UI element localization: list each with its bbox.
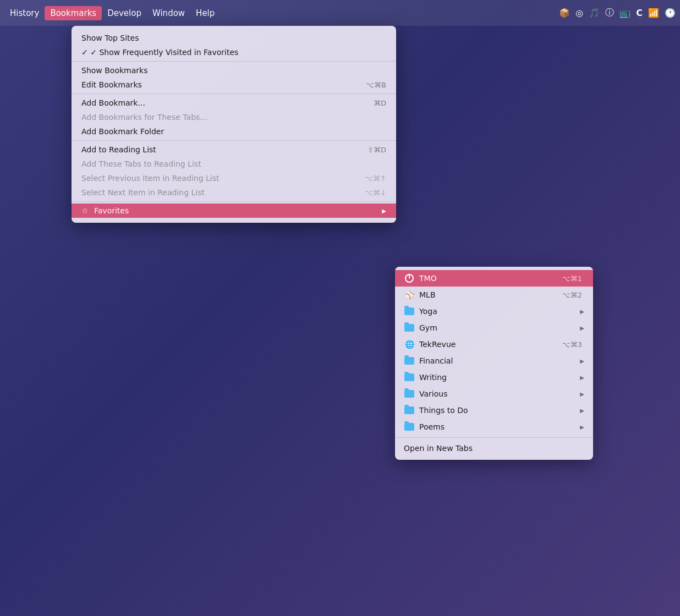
menu-add-to-reading-list[interactable]: Add to Reading List ⇧⌘D [72,142,396,157]
folder-gym-icon [404,322,415,333]
folder-poems-icon [404,421,415,432]
gym-chevron-icon: ▶ [580,325,584,331]
menubar-window[interactable]: Window [147,6,190,20]
folder-yoga-icon [404,306,415,317]
open-in-new-tabs-button[interactable]: Open in New Tabs [395,440,593,457]
menubar-help[interactable]: Help [190,6,220,20]
wifi-icon[interactable]: 📶 [648,8,659,18]
folder-things-icon [404,405,415,416]
menu-select-prev-reading-list: Select Previous Item in Reading List ⌥⌘↑ [72,171,396,185]
menubar-right-icons: 📦 ◎ 🎵 ⓘ 📺 C 📶 🕐 [559,7,676,19]
fav-tmo[interactable]: TMO ⌥⌘1 [395,270,593,287]
financial-chevron-icon: ▶ [580,358,584,364]
svg-rect-1 [409,274,410,278]
yoga-chevron-icon: ▶ [580,309,584,315]
fav-writing[interactable]: Writing ▶ [395,369,593,386]
various-chevron-icon: ▶ [580,391,584,397]
menu-edit-bookmarks[interactable]: Edit Bookmarks ⌥⌘B [72,78,396,92]
fav-gym[interactable]: Gym ▶ [395,320,593,336]
menubar-develop[interactable]: Develop [102,6,147,20]
menubar: History Bookmarks Develop Window Help 📦 … [0,0,680,26]
menu-section-1: Show Top Sites ✓ Show Frequently Visited… [72,29,396,61]
menubar-history[interactable]: History [4,6,45,20]
menu-section-5: ☆ Favorites ▶ [72,201,396,219]
folder-various-icon [404,388,415,399]
music-icon[interactable]: 🎵 [589,8,600,18]
c-icon[interactable]: C [636,8,643,18]
menu-add-bookmark-folder[interactable]: Add Bookmark Folder [72,124,396,139]
menu-show-frequently-visited[interactable]: ✓ Show Frequently Visited in Favorites [72,45,396,59]
fav-mlb[interactable]: ⚾ MLB ⌥⌘2 [395,287,593,303]
favorites-chevron-icon: ▶ [382,208,386,214]
globe-tekrevue-icon: 🌐 [404,339,415,350]
menu-section-4: Add to Reading List ⇧⌘D Add These Tabs t… [72,140,396,201]
folder-financial-icon [404,355,415,366]
info-icon[interactable]: ⓘ [605,7,614,19]
airplay-icon[interactable]: 📺 [619,8,630,18]
menu-show-bookmarks[interactable]: Show Bookmarks [72,63,396,78]
favorites-divider [395,437,593,438]
menu-select-next-reading-list: Select Next Item in Reading List ⌥⌘↓ [72,185,396,200]
dropbox-icon[interactable]: 📦 [559,8,570,18]
menu-add-bookmarks-for-tabs: Add Bookmarks for These Tabs... [72,110,396,124]
power-icon [404,273,415,284]
fav-things-to-do[interactable]: Things to Do ▶ [395,402,593,419]
creative-cloud-icon[interactable]: ◎ [575,8,583,18]
menu-section-3: Add Bookmark... ⌘D Add Bookmarks for The… [72,94,396,140]
menu-section-2: Show Bookmarks Edit Bookmarks ⌥⌘B [72,61,396,94]
mlb-icon: ⚾ [404,289,415,300]
folder-writing-icon [404,372,415,383]
menu-add-bookmark[interactable]: Add Bookmark... ⌘D [72,96,396,110]
fav-various[interactable]: Various ▶ [395,386,593,402]
fav-financial[interactable]: Financial ▶ [395,353,593,369]
things-chevron-icon: ▶ [580,408,584,414]
bookmarks-menu: Show Top Sites ✓ Show Frequently Visited… [72,26,396,223]
fav-tekrevue[interactable]: 🌐 TekRevue ⌥⌘3 [395,336,593,353]
menu-show-top-sites[interactable]: Show Top Sites [72,31,396,45]
menubar-bookmarks[interactable]: Bookmarks [45,6,102,20]
menu-favorites[interactable]: ☆ Favorites ▶ [72,204,396,218]
poems-chevron-icon: ▶ [580,424,584,430]
fav-yoga[interactable]: Yoga ▶ [395,303,593,320]
menu-add-tabs-to-reading-list: Add These Tabs to Reading List [72,157,396,171]
fav-poems[interactable]: Poems ▶ [395,419,593,435]
writing-chevron-icon: ▶ [580,375,584,381]
star-icon: ☆ [81,206,89,215]
time-machine-icon[interactable]: 🕐 [665,8,676,18]
favorites-submenu: TMO ⌥⌘1 ⚾ MLB ⌥⌘2 Yoga ▶ Gym ▶ 🌐 TekRevu… [395,267,593,460]
